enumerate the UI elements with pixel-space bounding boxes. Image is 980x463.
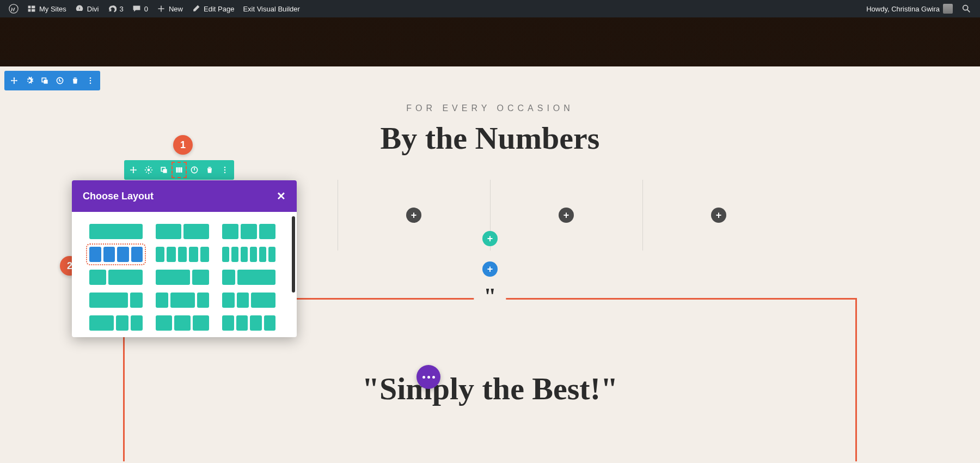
section-toolbar (4, 71, 100, 90)
layout-1-3[interactable] (221, 269, 277, 286)
comments-link[interactable]: 0 (128, 0, 152, 17)
my-sites-label: My Sites (39, 5, 66, 13)
move-button[interactable] (7, 73, 22, 88)
svg-point-18 (224, 172, 226, 174)
testimonial-quote: "Simply the Best!" (125, 370, 855, 407)
hero-banner (0, 17, 980, 66)
row-move-button[interactable] (126, 162, 141, 178)
layout-2-1-1[interactable] (88, 314, 144, 332)
close-icon[interactable]: ✕ (277, 190, 286, 203)
howdy-text: Howdy, Christina Gwira (866, 5, 940, 13)
comment-icon (132, 4, 141, 13)
avatar (943, 4, 953, 14)
column-3: + (490, 185, 642, 245)
howdy-link[interactable]: Howdy, Christina Gwira (862, 0, 957, 17)
layout-1-2-1[interactable] (155, 291, 210, 309)
svg-point-0 (9, 4, 18, 13)
row-toolbar (124, 160, 234, 180)
exit-vb-link[interactable]: Exit Visual Builder (238, 0, 304, 17)
annotation-1: 1 (173, 135, 193, 155)
layout-y[interactable] (221, 314, 277, 332)
choose-layout-popup: Choose Layout ✕ (72, 180, 297, 337)
popup-body (72, 212, 297, 337)
layout-5col[interactable] (155, 246, 210, 263)
row-columns-button[interactable] (171, 162, 187, 178)
layout-grid (88, 223, 286, 332)
search-icon (961, 4, 971, 14)
layout-2col[interactable] (155, 223, 210, 240)
plus-icon (157, 4, 166, 13)
my-sites-link[interactable]: My Sites (23, 0, 71, 17)
add-module-button[interactable]: + (711, 208, 726, 223)
exit-vb-label: Exit Visual Builder (243, 5, 300, 13)
row-more-button[interactable] (217, 162, 232, 178)
wp-admin-bar: My Sites Divi 3 0 New Edit Page Exit Vis… (0, 0, 980, 17)
numbers-section: FOR EVERY OCCASION By the Numbers (0, 103, 980, 156)
more-button[interactable] (83, 73, 98, 88)
builder-menu-button[interactable] (416, 365, 440, 389)
svg-point-1 (963, 5, 968, 10)
layout-1-1-2[interactable] (221, 291, 277, 309)
settings-button[interactable] (22, 73, 37, 88)
sites-icon (27, 4, 36, 13)
add-section-button[interactable]: + (482, 261, 498, 277)
duplicate-button[interactable] (37, 73, 52, 88)
row-delete-button[interactable] (202, 162, 217, 178)
svg-point-7 (90, 83, 91, 84)
gauge-icon (75, 4, 84, 13)
add-module-button[interactable]: + (559, 208, 574, 223)
layout-3col[interactable] (221, 223, 277, 240)
pencil-icon (192, 4, 200, 13)
new-link[interactable]: New (152, 0, 187, 17)
edit-page-label: Edit Page (204, 5, 234, 13)
layout-1-2[interactable] (88, 269, 144, 286)
section-overline: FOR EVERY OCCASION (0, 103, 980, 113)
layout-2-1[interactable] (155, 269, 210, 286)
svg-rect-3 (44, 80, 47, 83)
save-button[interactable] (52, 73, 68, 88)
svg-point-17 (224, 169, 226, 171)
svg-point-6 (90, 80, 91, 82)
svg-rect-10 (163, 169, 167, 173)
svg-rect-15 (194, 168, 195, 170)
wp-logo[interactable] (4, 0, 23, 17)
svg-point-16 (224, 167, 226, 168)
search-toggle[interactable] (957, 0, 976, 17)
row-duplicate-button[interactable] (156, 162, 171, 178)
layout-1col[interactable] (88, 223, 144, 240)
comments-count: 0 (144, 5, 148, 13)
popup-header: Choose Layout ✕ (72, 180, 297, 212)
layout-x[interactable] (155, 314, 210, 332)
delete-button[interactable] (68, 73, 83, 88)
updates-count: 3 (120, 5, 124, 13)
svg-rect-11 (176, 167, 177, 173)
edit-page-link[interactable]: Edit Page (187, 0, 238, 17)
svg-rect-12 (178, 167, 180, 173)
layout-3-1[interactable] (88, 291, 144, 309)
new-label: New (169, 5, 183, 13)
section-heading: By the Numbers (0, 120, 980, 156)
row-settings-button[interactable] (141, 162, 156, 178)
updates-link[interactable]: 3 (103, 0, 128, 17)
layout-6col[interactable] (221, 246, 277, 263)
row-save-button[interactable] (187, 162, 202, 178)
add-module-button[interactable]: + (406, 208, 421, 223)
add-row-button[interactable]: + (482, 231, 498, 246)
wordpress-icon (9, 4, 19, 14)
site-link[interactable]: Divi (71, 0, 103, 17)
column-4: + (642, 185, 795, 245)
svg-rect-13 (180, 167, 182, 173)
refresh-icon (108, 4, 117, 13)
popup-title: Choose Layout (83, 191, 154, 202)
svg-point-5 (90, 77, 91, 79)
svg-point-8 (148, 169, 150, 172)
column-2: + (338, 185, 490, 245)
layout-4col[interactable] (88, 246, 144, 263)
site-name: Divi (87, 5, 99, 13)
